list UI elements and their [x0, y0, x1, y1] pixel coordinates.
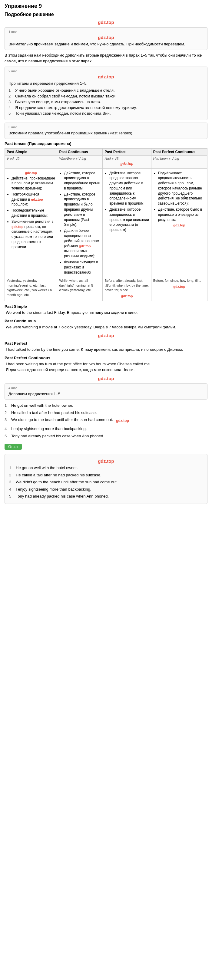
time-pp: Before, after, already, just, till/until…: [103, 277, 151, 301]
answer-item-2: 2 He called a taxi after he had packed h…: [5, 410, 207, 416]
header-past-perfect: Past Perfect: [103, 148, 151, 155]
watermark-time-ppc: gdz.top: [153, 285, 205, 289]
final-answer-2: 2 He called a taxi after he had packed h…: [9, 472, 203, 478]
pc-use-3: Два или более одновременных действий в п…: [64, 228, 100, 259]
final-answer-1: 1 He got on well with the hotel owner.: [9, 465, 203, 471]
time-pc: While, when, as, all day/night/morning, …: [57, 277, 103, 301]
example-pc-title: Past Continuous: [5, 319, 207, 323]
tenses-table-title: Past tenses (Прошедшие времена): [5, 142, 207, 146]
watermark-ppc: gdz.top: [153, 223, 205, 227]
pc-use-1: Действие, которое происходило в определё…: [64, 171, 100, 191]
example-pc-content: We were watching a movie at 7 o'clock ye…: [6, 324, 207, 330]
ps-use-2: Повторяющиеся действия в gdz.top прошлом…: [11, 192, 55, 207]
uses-ppc: Подчёркивает продолжительность действия …: [151, 168, 207, 277]
final-answer-4: 4 I enjoy sightseeing more than backpack…: [9, 486, 203, 492]
answer-button[interactable]: Ответ: [5, 444, 22, 450]
step-2-label: 2 шаг: [8, 69, 204, 73]
exercise-title: Упражнение 9: [5, 3, 207, 10]
example-ppc: Past Perfect Continuous I had been waiti…: [5, 356, 207, 373]
watermark-bottom-mid: gdz.top: [5, 376, 207, 381]
ppc-use-1: Подчёркивает продолжительность действия …: [158, 171, 205, 207]
example-ps-title: Past Simple: [5, 304, 207, 309]
step-4-text: Дополним предложения 1–5.: [8, 391, 204, 397]
step-2-box: 2 шаг gdz.top Прочитаем и переведём пред…: [5, 67, 207, 121]
header-past-perfect-continuous: Past Perfect Continuous: [151, 148, 207, 155]
time-ps: Yesterday, yesterday morning/evening, et…: [5, 277, 57, 301]
example-ps: Past Simple We went to the cinema last F…: [5, 304, 207, 316]
draft-answers: 1 He got on well with the hotel owner. 2…: [5, 402, 207, 439]
step-1-label: 1 шаг: [8, 30, 204, 33]
watermark-ans3: gdz.top: [116, 418, 129, 423]
sentence-2: 2Сначала он собрал свой чемодан, потом в…: [8, 94, 204, 99]
example-pp-title: Past Perfect: [5, 341, 207, 346]
pp-use-2: Действие, которое завершилось в прошлом …: [109, 207, 149, 232]
final-answer-3: 3 We didn't go to the beach until after …: [9, 479, 203, 485]
step-2-intro: В этом задании нам необходимо дополнить …: [5, 52, 207, 64]
step-1-text: Внимательно прочитаем задание и поймём, …: [8, 41, 204, 47]
formula-ps: V-ed, V2: [5, 155, 57, 168]
watermark-step1: gdz.top: [8, 35, 204, 40]
watermark-step2: gdz.top: [8, 74, 204, 79]
sentence-3: 3Выглянуло солнце, и мы отправились на п…: [8, 100, 204, 104]
sentence-5: 5Тони упаковал свой чемодан, потом позво…: [8, 111, 204, 116]
ps-use-3: Последовательные действия в прошлом;: [11, 208, 55, 218]
ps-use-4: Законченные действия в gdz.top прошлом, …: [11, 219, 55, 250]
example-ps-content: We went to the cinema last Friday. В про…: [6, 310, 207, 316]
example-pp: Past Perfect I had talked to John by the…: [5, 341, 207, 353]
ps-use-1: Действие, произошедшее в прошлом (с указ…: [11, 176, 55, 191]
final-answer-5: 5 Tony had already packed his case when …: [9, 493, 203, 500]
step-1-box: 1 шаг gdz.top Внимательно прочитаем зада…: [5, 27, 207, 50]
step-2-text: Прочитаем и переведём предложения 1–5.: [8, 81, 204, 87]
example-ppc-content: I had been waiting my turn at the post o…: [6, 361, 207, 373]
watermark-final: gdz.top: [9, 458, 203, 464]
step-4-box: 4 шаг Дополним предложения 1–5.: [5, 383, 207, 400]
answer-item-3: 3 We didn't go to the beach until after …: [5, 417, 207, 425]
ppc-use-2: Действие, которое было в процессе и очев…: [158, 207, 205, 222]
time-ppc: Before, for, since, how long, till... gd…: [151, 277, 207, 301]
answer-item-4: 4 I enjoy sightseeing more than backpack…: [5, 426, 207, 432]
step-2-sentences: 1У него были хорошие отношения с владель…: [8, 88, 204, 116]
sentence-1: 1У него были хорошие отношения с владель…: [8, 88, 204, 92]
sentence-4: 4Я предпочитаю осмотр достопримечательно…: [8, 105, 204, 110]
step-3-text: Вспомним правила употребления прошедших …: [8, 130, 204, 136]
formula-pc: Was/Were + V-ing: [57, 155, 103, 168]
step-3-label: 3 шаг: [8, 125, 204, 129]
uses-ps: gdz.top Действие, произошедшее в прошлом…: [5, 168, 57, 277]
step-3-box: 3 шаг Вспомним правила употребления прош…: [5, 123, 207, 139]
header-past-continuous: Past Continuous: [57, 148, 103, 155]
section-title: Подробное решение: [5, 12, 207, 17]
example-ppc-title: Past Perfect Continuous: [5, 356, 207, 360]
formula-pp: Had + V3 gdz.top: [103, 155, 151, 168]
watermark-mid: gdz.top: [5, 333, 207, 338]
tenses-table: Past Simple Past Continuous Past Perfect…: [5, 148, 207, 301]
pc-use-4: Фоновая ситуация в рассказах и повествов…: [64, 260, 100, 275]
final-answers-box: gdz.top 1 He got on well with the hotel …: [5, 454, 207, 504]
formula-ppc: Had been + V-ing: [151, 155, 207, 168]
pp-use-1: Действие, которое предшествовало другому…: [109, 171, 149, 207]
uses-pc: Действие, которое происходило в определё…: [57, 168, 103, 277]
watermark-1: gdz.top: [5, 20, 207, 25]
watermark-uses-ps: gdz.top: [7, 171, 55, 175]
answer-item-1: 1 He got on well with the hotel owner.: [5, 402, 207, 409]
watermark-table2: gdz.top: [105, 162, 149, 166]
uses-pp: Действие, которое предшествовало другому…: [103, 168, 151, 277]
watermark-time-pp: gdz.top: [105, 294, 149, 298]
header-past-simple: Past Simple: [5, 148, 57, 155]
pc-use-2: Действие, которое происходило в прошлом …: [64, 192, 100, 228]
example-pc: Past Continuous We were watching a movie…: [5, 319, 207, 330]
answer-item-5: 5 Tony had already packed his case when …: [5, 433, 207, 439]
step-4-label: 4 шаг: [8, 386, 204, 390]
example-pp-content: I had talked to John by the time you cam…: [6, 347, 207, 353]
